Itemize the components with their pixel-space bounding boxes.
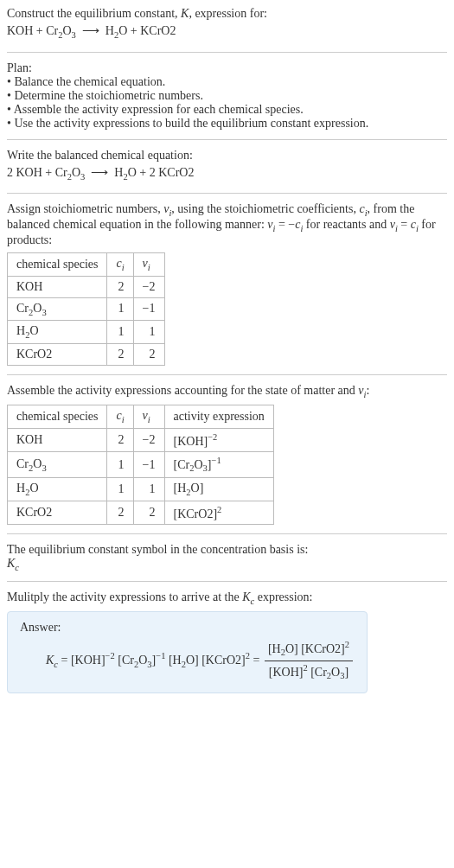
cell-species: KCrO2 <box>8 344 107 366</box>
plan-item: • Balance the chemical equation. <box>7 75 447 89</box>
cell-species: KOH <box>8 428 107 452</box>
col-ci: ci <box>107 405 133 428</box>
symbol-block: The equilibrium constant symbol in the c… <box>7 543 447 572</box>
table-header-row: chemical species ci νi <box>8 252 165 276</box>
activity-block: Assemble the activity expressions accoun… <box>7 384 447 525</box>
multiply-text: Mulitply the activity expressions to arr… <box>7 590 447 606</box>
balanced-heading: Write the balanced chemical equation: <box>7 149 447 163</box>
col-vi: νi <box>133 405 164 428</box>
symbol-value: Kc <box>7 557 447 572</box>
cell-ci: 2 <box>107 276 133 297</box>
balanced-block: Write the balanced chemical equation: 2 … <box>7 149 447 185</box>
cell-ci: 1 <box>107 321 133 344</box>
cell-vi: 2 <box>133 344 164 366</box>
plan-item: • Determine the stoichiometric numbers. <box>7 89 447 103</box>
plan-item: • Use the activity expressions to build … <box>7 117 447 131</box>
answer-fraction: [H2O] [KCrO2]2 [KOH]2 [Cr2O3] <box>265 638 353 685</box>
cell-species: KOH <box>8 276 107 297</box>
divider <box>7 139 447 140</box>
table-row: KCrO2 2 2 <box>8 344 165 366</box>
divider <box>7 193 447 194</box>
plan-item: • Assemble the activity expression for e… <box>7 103 447 117</box>
table-row: KOH 2 −2 [KOH]−2 <box>8 428 274 452</box>
cell-species: H2O <box>8 321 107 344</box>
cell-ci: 2 <box>107 428 133 452</box>
fraction-denominator: [KOH]2 [Cr2O3] <box>265 661 353 684</box>
symbol-text: The equilibrium constant symbol in the c… <box>7 543 447 557</box>
cell-vi: 1 <box>133 321 164 344</box>
cell-species: Cr2O3 <box>8 297 107 321</box>
plan-item-text: Assemble the activity expression for eac… <box>14 103 304 116</box>
cell-species: Cr2O3 <box>8 452 107 477</box>
stoich-block: Assign stoichiometric numbers, νi, using… <box>7 202 447 366</box>
divider <box>7 374 447 375</box>
table-row: Cr2O3 1 −1 <box>8 297 165 321</box>
cell-ci: 1 <box>107 477 133 501</box>
table-row: KOH 2 −2 <box>8 276 165 297</box>
table-row: Cr2O3 1 −1 [Cr2O3]−1 <box>8 452 274 477</box>
cell-ci: 1 <box>107 452 133 477</box>
multiply-block: Mulitply the activity expressions to arr… <box>7 590 447 693</box>
balanced-reaction: 2 KOH + Cr2O3 ⟶ H2O + 2 KCrO2 <box>7 163 447 185</box>
stoich-table: chemical species ci νi KOH 2 −2 Cr2O3 1 … <box>7 252 165 366</box>
unbalanced-reaction: KOH + Cr2O3 ⟶ H2O + KCrO2 <box>7 21 447 43</box>
answer-box: Answer: Kc = [KOH]−2 [Cr2O3]−1 [H2O] [KC… <box>7 611 368 694</box>
col-species: chemical species <box>8 405 107 428</box>
col-vi: νi <box>133 252 164 276</box>
cell-species: H2O <box>8 477 107 501</box>
plan-item-text: Use the activity expressions to build th… <box>14 117 368 130</box>
plan-item-text: Balance the chemical equation. <box>14 75 165 88</box>
divider <box>7 533 447 534</box>
cell-vi: 2 <box>133 501 164 525</box>
cell-vi: −1 <box>133 297 164 321</box>
table-row: H2O 1 1 <box>8 321 165 344</box>
fraction-numerator: [H2O] [KCrO2]2 <box>265 638 353 661</box>
cell-species: KCrO2 <box>8 501 107 525</box>
table-header-row: chemical species ci νi activity expressi… <box>8 405 274 428</box>
plan-block: Plan: • Balance the chemical equation. •… <box>7 61 447 131</box>
answer-expression: Kc = [KOH]−2 [Cr2O3]−1 [H2O] [KCrO2]2 = … <box>20 638 355 685</box>
cell-expr: [KCrO2]2 <box>164 501 273 525</box>
table-row: KCrO2 2 2 [KCrO2]2 <box>8 501 274 525</box>
cell-vi: −1 <box>133 452 164 477</box>
cell-vi: 1 <box>133 477 164 501</box>
cell-expr: [Cr2O3]−1 <box>164 452 273 477</box>
answer-label: Answer: <box>20 621 355 635</box>
prompt-block: Construct the equilibrium constant, K, e… <box>7 7 447 43</box>
col-expr: activity expression <box>164 405 273 428</box>
cell-vi: −2 <box>133 428 164 452</box>
stoich-text: Assign stoichiometric numbers, νi, using… <box>7 202 447 247</box>
plan-item-text: Determine the stoichiometric numbers. <box>14 89 203 102</box>
cell-ci: 2 <box>107 501 133 525</box>
activity-table: chemical species ci νi activity expressi… <box>7 405 274 525</box>
cell-vi: −2 <box>133 276 164 297</box>
table-row: H2O 1 1 [H2O] <box>8 477 274 501</box>
cell-ci: 2 <box>107 344 133 366</box>
divider <box>7 581 447 582</box>
col-species: chemical species <box>8 252 107 276</box>
cell-expr: [H2O] <box>164 477 273 501</box>
cell-expr: [KOH]−2 <box>164 428 273 452</box>
activity-text: Assemble the activity expressions accoun… <box>7 384 447 399</box>
divider <box>7 52 447 53</box>
prompt-line1: Construct the equilibrium constant, K, e… <box>7 7 447 21</box>
plan-heading: Plan: <box>7 61 447 75</box>
cell-ci: 1 <box>107 297 133 321</box>
col-ci: ci <box>107 252 133 276</box>
